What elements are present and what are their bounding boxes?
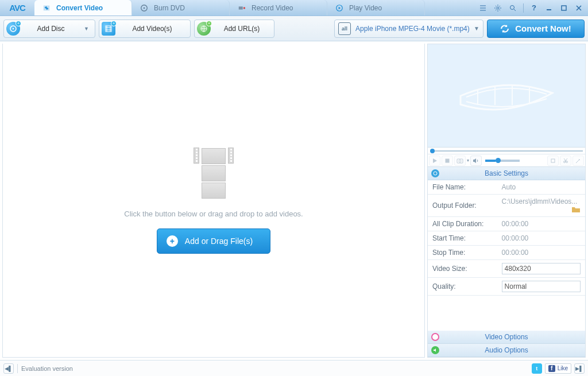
filmstrip-art-icon bbox=[455, 73, 558, 119]
statusbar: ◀▌ Evaluation version t fLike ▶▌ bbox=[0, 360, 588, 376]
tab-convert-video[interactable]: Convert Video bbox=[34, 0, 132, 15]
twitter-icon[interactable]: t bbox=[532, 363, 542, 374]
play-icon bbox=[335, 4, 343, 12]
output-profile-select[interactable]: all Apple iPhone MPEG-4 Movie (*.mp4) ▼ bbox=[334, 20, 483, 38]
video-size-select[interactable] bbox=[502, 263, 581, 274]
setting-row-quality: Quality: bbox=[428, 278, 585, 296]
facebook-like[interactable]: fLike bbox=[545, 363, 571, 374]
video-options-icon bbox=[431, 333, 439, 341]
chevron-down-icon: ▼ bbox=[84, 26, 89, 32]
setting-row-start-time: Start Time:00:00:00 bbox=[428, 231, 585, 246]
app-logo: AVC bbox=[0, 0, 34, 15]
add-videos-button[interactable]: + Add Video(s) bbox=[99, 20, 191, 38]
svg-rect-15 bbox=[551, 159, 555, 162]
stop-button[interactable] bbox=[442, 156, 453, 166]
volume-slider[interactable] bbox=[485, 160, 520, 162]
snapshot-button[interactable] bbox=[454, 156, 466, 166]
disc-icon: + bbox=[6, 22, 20, 36]
setting-row-video-size: Video Size: bbox=[428, 260, 585, 278]
tab-play-video[interactable]: Play Video bbox=[327, 0, 425, 15]
empty-state-art bbox=[194, 148, 234, 199]
button-label: Add or Drag File(s) bbox=[185, 237, 253, 246]
section-title: Basic Settings bbox=[485, 169, 528, 177]
volume-button[interactable] bbox=[470, 156, 482, 166]
section-title: Video Options bbox=[485, 333, 528, 341]
basic-settings-header[interactable]: Basic Settings bbox=[428, 167, 585, 180]
section-title: Audio Options bbox=[485, 346, 528, 354]
close-button[interactable] bbox=[573, 3, 585, 13]
svg-point-14 bbox=[459, 160, 461, 162]
browse-folder-icon[interactable] bbox=[571, 206, 581, 214]
setting-row-duration: All Clip Duration:00:00:00 bbox=[428, 217, 585, 231]
refresh-icon bbox=[500, 24, 509, 33]
version-label: Evaluation version bbox=[21, 365, 73, 372]
tab-record-video[interactable]: Record Video bbox=[230, 0, 327, 15]
basic-settings-panel: File Name:Auto Output Folder:C:\Users\jd… bbox=[428, 180, 585, 296]
minimize-button[interactable] bbox=[543, 3, 555, 13]
svg-point-18 bbox=[434, 172, 437, 175]
cut-button[interactable] bbox=[560, 156, 571, 166]
button-label: Add URL(s) bbox=[215, 25, 268, 33]
add-files-button[interactable]: + Add or Drag File(s) bbox=[157, 228, 270, 254]
all-formats-icon: all bbox=[338, 22, 351, 35]
tab-label: Burn DVD bbox=[154, 4, 185, 12]
output-folder-value[interactable]: C:\Users\jdlmm\Videos... bbox=[497, 195, 585, 217]
tab-strip: Convert Video Burn DVD Record Video Play… bbox=[34, 0, 425, 15]
svg-rect-7 bbox=[562, 6, 566, 10]
seek-slider[interactable] bbox=[428, 148, 585, 154]
convert-now-button[interactable]: Convert Now! bbox=[487, 20, 585, 38]
profile-label: Apple iPhone MPEG-4 Movie (*.mp4) bbox=[355, 25, 469, 33]
crop-button[interactable] bbox=[547, 156, 559, 166]
add-disc-button[interactable]: + Add Disc ▼ bbox=[3, 20, 95, 38]
maximize-button[interactable] bbox=[558, 3, 570, 13]
svg-point-5 bbox=[497, 7, 499, 9]
play-button[interactable] bbox=[429, 156, 440, 166]
right-panel: ▾ Basic Settings File Name:Auto Output F… bbox=[427, 44, 586, 358]
collapse-left-icon[interactable]: ◀▌ bbox=[3, 363, 14, 374]
disc-icon bbox=[140, 4, 148, 12]
content: Click the button below or drag and drop … bbox=[0, 41, 588, 360]
svg-point-3 bbox=[243, 7, 246, 9]
add-urls-button[interactable]: + Add URL(s) bbox=[194, 20, 274, 38]
empty-hint: Click the button below or drag and drop … bbox=[124, 210, 303, 218]
file-list-pane: Click the button below or drag and drop … bbox=[2, 44, 425, 358]
search-icon[interactable] bbox=[507, 3, 519, 13]
facebook-icon: f bbox=[548, 365, 555, 372]
chevron-down-icon: ▼ bbox=[474, 25, 479, 32]
help-icon[interactable]: ? bbox=[528, 3, 540, 13]
preview-area bbox=[428, 44, 585, 148]
record-icon bbox=[238, 4, 246, 12]
setting-row-stop-time: Stop Time:00:00:00 bbox=[428, 246, 585, 260]
svg-point-6 bbox=[510, 5, 514, 9]
settings-badge-icon bbox=[431, 169, 439, 177]
player-controls: ▾ bbox=[428, 154, 585, 167]
collapse-right-icon[interactable]: ▶▌ bbox=[574, 363, 585, 374]
titlebar: AVC Convert Video Burn DVD Record Video … bbox=[0, 0, 588, 16]
setting-row-filename: File Name:Auto bbox=[428, 180, 585, 195]
start-time-value[interactable]: 00:00:00 bbox=[497, 231, 585, 246]
audio-options-header[interactable]: Audio Options bbox=[428, 344, 585, 357]
button-label: Add Video(s) bbox=[120, 25, 184, 33]
button-label: Add Disc bbox=[25, 25, 77, 33]
svg-point-9 bbox=[13, 28, 14, 29]
svg-rect-2 bbox=[239, 6, 243, 9]
stop-time-value[interactable]: 00:00:00 bbox=[497, 246, 585, 260]
volume-thumb[interactable] bbox=[496, 158, 501, 163]
seek-thumb[interactable] bbox=[430, 149, 435, 153]
tab-label: Play Video bbox=[349, 4, 382, 12]
duration-value: 00:00:00 bbox=[497, 217, 585, 231]
svg-rect-12 bbox=[446, 158, 450, 162]
tab-label: Convert Video bbox=[56, 4, 103, 12]
settings-icon[interactable] bbox=[492, 3, 504, 13]
window-controls: ? bbox=[477, 0, 588, 15]
menu-icon[interactable] bbox=[477, 3, 489, 13]
effects-button[interactable] bbox=[572, 156, 584, 166]
video-options-header[interactable]: Video Options bbox=[428, 331, 585, 344]
film-icon: + bbox=[102, 22, 115, 36]
tab-label: Record Video bbox=[252, 4, 293, 12]
toolbar: + Add Disc ▼ + Add Video(s) + Add URL(s)… bbox=[0, 16, 588, 41]
svg-point-1 bbox=[144, 7, 145, 9]
filename-value[interactable]: Auto bbox=[497, 180, 585, 195]
quality-select[interactable] bbox=[502, 281, 581, 292]
tab-burn-dvd[interactable]: Burn DVD bbox=[132, 0, 230, 15]
